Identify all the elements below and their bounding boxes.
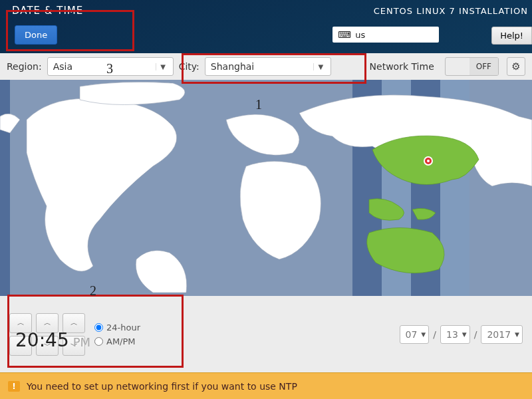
city-value: Shanghai bbox=[211, 61, 254, 72]
ampm-label: PM bbox=[73, 335, 90, 349]
chevron-down-icon: ▼ bbox=[313, 63, 328, 70]
format-24h-radio[interactable]: 24-hour bbox=[94, 323, 140, 332]
done-button[interactable]: Done bbox=[15, 25, 57, 45]
toggle-off-label: OFF bbox=[469, 58, 498, 75]
region-toolbar: Region: Asia ▼ City: Shanghai ▼ Network … bbox=[0, 53, 532, 80]
ntp-settings-button[interactable]: ⚙ bbox=[507, 57, 525, 76]
timezone-map[interactable] bbox=[0, 80, 532, 296]
keyboard-layout-indicator[interactable]: ⌨ us bbox=[332, 27, 439, 43]
chevron-down-icon: ▼ bbox=[421, 331, 426, 338]
warning-icon: ! bbox=[8, 381, 20, 392]
time-date-bar: ︿ ﹀ ︿ ﹀ ︿ ﹀ 20:45 PM 24-hour AM/PM 07▼ / bbox=[0, 296, 532, 372]
chevron-down-icon: ▼ bbox=[156, 63, 170, 70]
warning-bar: ! You need to set up networking first if… bbox=[0, 372, 532, 399]
year-combobox[interactable]: 2017▼ bbox=[481, 325, 523, 344]
warning-text: You need to set up networking first if y… bbox=[27, 381, 297, 392]
time-controls: ︿ ﹀ ︿ ﹀ ︿ ﹀ 20:45 PM 24-hour AM/PM bbox=[9, 313, 140, 356]
keyboard-icon: ⌨ bbox=[338, 29, 351, 40]
network-time-toggle[interactable]: OFF bbox=[445, 57, 499, 76]
format-ampm-radio[interactable]: AM/PM bbox=[94, 336, 140, 346]
time-display: 20:45 PM bbox=[15, 329, 90, 351]
city-combobox[interactable]: Shanghai ▼ bbox=[205, 57, 331, 76]
month-combobox[interactable]: 07▼ bbox=[400, 325, 430, 344]
region-value: Asia bbox=[53, 61, 72, 72]
chevron-down-icon: ▼ bbox=[462, 331, 467, 338]
world-map-svg bbox=[0, 80, 532, 296]
network-time-label: Network Time bbox=[370, 61, 434, 72]
region-label: Region: bbox=[7, 61, 42, 72]
installer-title: CENTOS LINUX 7 INSTALLATION bbox=[374, 6, 528, 16]
day-combobox[interactable]: 13▼ bbox=[440, 325, 470, 344]
svg-point-1 bbox=[427, 160, 430, 162]
keyboard-layout-label: us bbox=[355, 30, 365, 40]
help-button[interactable]: Help! bbox=[491, 27, 532, 45]
chevron-down-icon: ▼ bbox=[515, 331, 519, 338]
region-combobox[interactable]: Asia ▼ bbox=[47, 57, 174, 76]
gear-icon: ⚙ bbox=[511, 61, 520, 72]
city-label: City: bbox=[179, 61, 200, 72]
page-title: DATE & TIME bbox=[12, 5, 83, 17]
date-controls: 07▼ / 13▼ / 2017▼ bbox=[400, 325, 523, 344]
header-bar: DATE & TIME CENTOS LINUX 7 INSTALLATION … bbox=[0, 0, 532, 53]
